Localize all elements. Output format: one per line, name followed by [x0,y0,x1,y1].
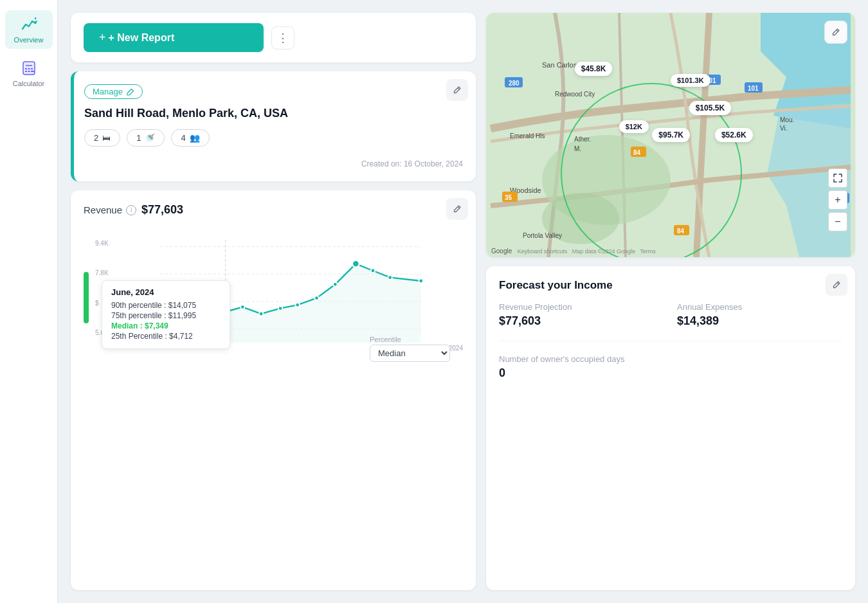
more-options-button[interactable]: ⋮ [271,26,294,50]
svg-point-32 [388,275,392,279]
revenue-projection-label: Revenue Projection [499,302,664,312]
manage-label: Manage [93,87,123,96]
forecast-pencil-icon [832,280,841,289]
overview-icon [20,15,38,33]
y-label-9k: 9.4K [95,240,118,247]
map-pencil-icon [831,28,840,37]
guests-badge: 4 👥 [171,129,209,147]
right-column: San Carlos Redwood City Emerald Hls Athe… [486,13,855,590]
map-background: San Carlos Redwood City Emerald Hls Athe… [486,13,855,257]
revenue-edit-button[interactable] [446,198,468,220]
left-column: + + New Report ⋮ Manage Sand Hill Ro [71,13,476,590]
new-report-label: + New Report [109,32,175,44]
svg-rect-6 [25,68,27,69]
forecast-edit-button[interactable] [826,274,847,296]
revenue-info-icon[interactable]: i [126,205,136,215]
revenue-label: Revenue i [84,204,136,215]
ellipsis-icon: ⋮ [277,31,289,45]
tooltip-title: June, 2024 [111,287,221,297]
price-tag-5[interactable]: $95.7K [652,128,690,142]
manage-pencil-icon [127,88,134,96]
annual-expenses-label: Annual Expenses [677,302,842,312]
forecast-title: Forecast your Income [499,279,842,292]
minus-zoom-icon: − [835,216,840,228]
svg-text:Portola Valley: Portola Valley [523,232,562,239]
bath-icon: 🚿 [145,133,155,143]
new-report-button[interactable]: + + New Report [84,23,264,52]
svg-text:M.: M. [574,145,581,152]
svg-text:Redwood City: Redwood City [555,91,595,98]
plus-zoom-icon: + [835,194,840,206]
svg-text:84: 84 [677,228,685,235]
chart-container: 9.4K 7.8K $ 5.6K [95,240,463,368]
chart-tooltip: June, 2024 90th percentile : $14,075 75t… [102,280,230,349]
calculator-label: Calculator [13,80,45,87]
bedrooms-badge: 2 🛏 [84,129,120,147]
bath-count: 1 [136,133,141,143]
property-edit-button[interactable] [446,79,468,101]
price-tag-1[interactable]: $45.8K [575,62,613,76]
svg-line-34 [836,30,838,32]
main-content: + + New Report ⋮ Manage Sand Hill Ro [58,0,868,603]
svg-point-25 [259,312,263,316]
owner-days-section: Number of owner's occupied days 0 [499,354,842,380]
svg-rect-7 [28,68,30,69]
property-card: Manage Sand Hill Road, Menlo Park, CA, U… [71,71,476,181]
property-features: 2 🛏 1 🚿 4 👥 [84,129,463,147]
tooltip-median: Median : $7,349 [111,321,221,330]
svg-line-62 [837,283,839,285]
revenue-card: Revenue i $77,603 9.4K 7.8K $ 5.6K [71,190,476,590]
revenue-header: Revenue i $77,603 [84,203,463,217]
guest-count: 4 [181,133,185,143]
svg-text:San Carlos: San Carlos [542,61,577,69]
svg-point-27 [295,303,299,307]
forecast-divider [499,341,842,341]
svg-rect-10 [28,71,30,72]
overview-label: Overview [14,36,44,44]
svg-text:35: 35 [505,194,512,201]
price-tag-3[interactable]: $105.5K [689,101,731,115]
annual-expenses-value: $14,389 [677,314,842,328]
price-tag-4[interactable]: $12K [619,120,649,133]
svg-point-28 [314,296,318,300]
price-tag-2[interactable]: $101.3K [671,74,710,87]
svg-line-13 [458,207,460,209]
price-tag-6[interactable]: $52.6K [715,128,753,142]
revenue-amount: $77,603 [141,203,183,217]
svg-point-26 [278,306,282,310]
bathrooms-badge: 1 🚿 [127,129,165,147]
svg-text:101: 101 [748,85,759,92]
map-edit-button[interactable] [824,21,847,44]
map-attribution: Keyboard shortcuts Map data ©2024 Google… [518,248,656,255]
percentile-label: Percentile [370,336,401,343]
plus-icon: + [99,31,106,44]
svg-rect-8 [31,68,33,69]
created-date: Created on: 16 October, 2024 [84,159,463,168]
tooltip-p75: 75th percentile : $11,995 [111,311,221,320]
tooltip-p25: 25th Percentile : $4,712 [111,332,221,341]
svg-text:84: 84 [633,149,641,156]
map-zoom-out-button[interactable]: − [828,212,847,231]
manage-badge[interactable]: Manage [84,84,143,99]
owner-days-label: Number of owner's occupied days [499,354,842,364]
svg-text:Emerald Hls: Emerald Hls [510,132,545,140]
y-label-7k: 7.8K [95,269,118,276]
svg-point-33 [419,279,422,283]
sidebar-item-calculator[interactable]: Calculator [5,54,53,93]
forecast-card: Forecast your Income Revenue Projection … [486,266,855,590]
green-indicator-bar [84,272,89,323]
new-report-card: + + New Report ⋮ [71,13,476,62]
svg-point-29 [333,282,337,286]
percentile-select[interactable]: Median 90th Percentile 75th Percentile 2… [370,345,450,362]
guests-icon: 👥 [190,133,200,143]
svg-rect-9 [25,71,27,72]
map-expand-button[interactable] [828,168,847,188]
sidebar-item-overview[interactable]: Overview [5,10,53,49]
bed-count: 2 [94,133,98,143]
svg-text:Vi.: Vi. [780,125,788,132]
google-logo: Google [491,248,512,255]
map-zoom-in-button[interactable]: + [828,190,847,210]
svg-text:Mou.: Mou. [780,116,794,123]
svg-point-30 [352,260,359,267]
revenue-projection-section: Revenue Projection $77,603 [499,302,664,328]
